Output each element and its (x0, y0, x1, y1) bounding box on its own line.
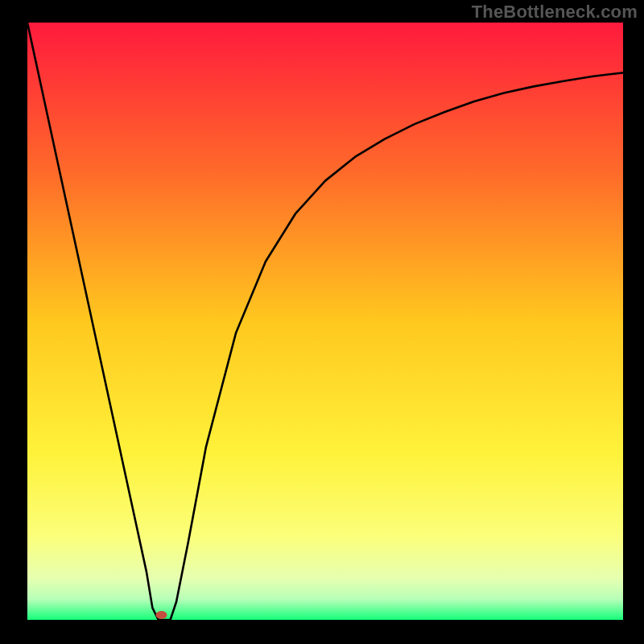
chart-frame: TheBottleneck.com (0, 0, 644, 644)
marker-dot (156, 611, 167, 619)
plot-area (27, 23, 623, 620)
bottleneck-curve (27, 23, 623, 620)
curve-layer (27, 23, 623, 620)
watermark-text: TheBottleneck.com (472, 2, 638, 23)
